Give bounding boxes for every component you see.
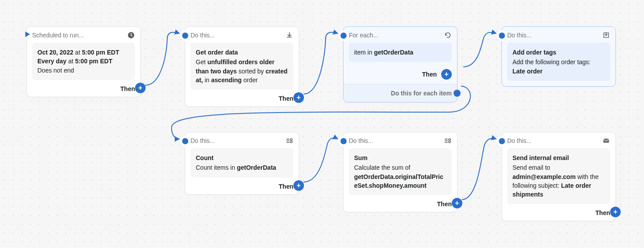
for-each-body: item in getOrderData (349, 43, 452, 62)
step-dot-icon (497, 136, 507, 146)
svg-rect-3 (449, 139, 451, 141)
count-body: Count Count items in getOrderData (190, 148, 293, 178)
then-label: Then (596, 209, 610, 216)
add-step-button[interactable]: + (452, 198, 462, 208)
email-body: Send internal email Send email to admin@… (507, 148, 610, 204)
then-label: Then (121, 85, 135, 92)
sum-card[interactable]: Do this... Sum Calculate the sum of getO… (343, 132, 457, 212)
svg-rect-2 (290, 141, 293, 143)
loop-connector-dot (454, 90, 461, 97)
import-icon (602, 31, 610, 39)
step-dot-icon (497, 30, 507, 41)
play-icon (22, 29, 32, 39)
loop-foot: Do this for each item (344, 84, 457, 102)
add-tags-body: Add order tags Add the following order t… (507, 43, 610, 81)
loop-icon (444, 31, 452, 39)
card-title: For each... (349, 32, 440, 39)
download-icon (285, 31, 293, 39)
card-title: Scheduled to run... (32, 32, 124, 39)
for-each-card[interactable]: For each... item in getOrderData Then + … (343, 26, 457, 102)
add-step-button[interactable]: + (610, 207, 621, 217)
variable-icon (444, 137, 452, 145)
card-title: Do this... (507, 32, 599, 39)
step-dot-icon (180, 136, 190, 146)
then-label: Then (279, 183, 293, 190)
step-dot-icon (338, 30, 349, 41)
then-label: Then (422, 71, 437, 78)
card-title: Do this... (190, 137, 282, 144)
then-label: Then (279, 95, 293, 102)
add-step-button[interactable]: + (293, 92, 304, 103)
svg-rect-4 (449, 141, 451, 143)
card-title: Do this... (190, 32, 282, 39)
then-label: Then (437, 201, 452, 208)
count-card[interactable]: Do this... Count Count items in getOrder… (185, 132, 299, 195)
trigger-body: Oct 20, 2022 at 5:00 pm EDT Every day at… (32, 43, 135, 80)
svg-rect-1 (290, 139, 293, 141)
add-step-button[interactable]: + (135, 83, 146, 93)
email-icon (602, 137, 610, 145)
variable-icon (285, 137, 293, 145)
step-dot-icon (338, 136, 349, 146)
email-card[interactable]: Do this... Send internal email Send emai… (501, 132, 616, 221)
add-step-button[interactable]: + (293, 180, 304, 191)
card-title: Do this... (507, 137, 599, 144)
svg-rect-5 (604, 139, 609, 143)
sum-body: Sum Calculate the sum of getOrderData.or… (349, 148, 452, 195)
card-title: Do this... (349, 137, 440, 144)
get-order-card[interactable]: Do this... Get order data Get unfulfille… (185, 26, 299, 107)
step-dot-icon (180, 30, 190, 41)
trigger-card[interactable]: Scheduled to run... Oct 20, 2022 at 5:00… (26, 26, 141, 97)
add-step-button[interactable]: + (441, 69, 452, 80)
get-order-body: Get order data Get unfulfilled orders ol… (190, 43, 293, 90)
clock-icon (127, 31, 135, 39)
add-tags-card[interactable]: Do this... Add order tags Add the follow… (501, 26, 616, 87)
